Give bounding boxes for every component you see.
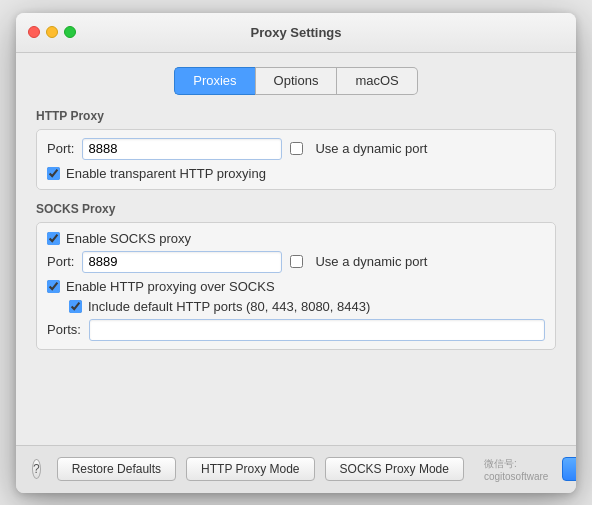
tab-options[interactable]: Options <box>255 67 338 95</box>
socks-port-input[interactable] <box>82 251 282 273</box>
socks-proxy-body: Enable SOCKS proxy Port: Use a dynamic p… <box>36 222 556 350</box>
socks-ports-input[interactable] <box>89 319 545 341</box>
socks-proxy-mode-button[interactable]: SOCKS Proxy Mode <box>325 457 464 481</box>
minimize-button[interactable] <box>46 26 58 38</box>
proxy-settings-window: Proxy Settings Proxies Options macOS HTT… <box>16 13 576 493</box>
ok-button[interactable]: OK <box>562 457 576 481</box>
tab-macos[interactable]: macOS <box>337 67 417 95</box>
socks-dynamic-port-label: Use a dynamic port <box>315 254 427 269</box>
http-transparent-row: Enable transparent HTTP proxying <box>47 166 545 181</box>
socks-ports-label: Ports: <box>47 322 81 337</box>
socks-ports-row: Ports: <box>47 319 545 341</box>
tab-bar: Proxies Options macOS <box>36 67 556 95</box>
maximize-button[interactable] <box>64 26 76 38</box>
close-button[interactable] <box>28 26 40 38</box>
socks-dynamic-port-checkbox[interactable] <box>290 255 303 268</box>
socks-include-defaults-label: Include default HTTP ports (80, 443, 808… <box>88 299 370 314</box>
socks-http-over-socks-row: Enable HTTP proxying over SOCKS <box>47 279 545 294</box>
http-port-input[interactable] <box>82 138 282 160</box>
bottom-bar: ? Restore Defaults HTTP Proxy Mode SOCKS… <box>16 445 576 493</box>
http-proxy-mode-button[interactable]: HTTP Proxy Mode <box>186 457 314 481</box>
socks-enable-row: Enable SOCKS proxy <box>47 231 545 246</box>
content-area: Proxies Options macOS HTTP Proxy Port: U… <box>16 53 576 445</box>
http-transparent-label: Enable transparent HTTP proxying <box>66 166 266 181</box>
http-proxy-body: Port: Use a dynamic port Enable transpar… <box>36 129 556 190</box>
titlebar: Proxy Settings <box>16 13 576 53</box>
http-port-row: Port: Use a dynamic port <box>47 138 545 160</box>
http-proxy-label: HTTP Proxy <box>36 109 556 123</box>
socks-port-row: Port: Use a dynamic port <box>47 251 545 273</box>
http-proxy-section: HTTP Proxy Port: Use a dynamic port Enab… <box>36 109 556 190</box>
socks-proxy-section: SOCKS Proxy Enable SOCKS proxy Port: Use… <box>36 202 556 350</box>
http-port-label: Port: <box>47 141 74 156</box>
socks-http-over-socks-checkbox[interactable] <box>47 280 60 293</box>
watermark-text: 微信号: cogitosoftware <box>484 457 548 482</box>
socks-http-over-socks-label: Enable HTTP proxying over SOCKS <box>66 279 275 294</box>
http-dynamic-port-checkbox[interactable] <box>290 142 303 155</box>
restore-defaults-button[interactable]: Restore Defaults <box>57 457 176 481</box>
socks-enable-label: Enable SOCKS proxy <box>66 231 191 246</box>
socks-include-defaults-checkbox[interactable] <box>69 300 82 313</box>
http-transparent-checkbox[interactable] <box>47 167 60 180</box>
http-dynamic-port-label: Use a dynamic port <box>315 141 427 156</box>
socks-enable-checkbox[interactable] <box>47 232 60 245</box>
traffic-lights <box>28 26 76 38</box>
socks-proxy-label: SOCKS Proxy <box>36 202 556 216</box>
tab-proxies[interactable]: Proxies <box>174 67 254 95</box>
window-title: Proxy Settings <box>250 25 341 40</box>
socks-port-label: Port: <box>47 254 74 269</box>
help-button[interactable]: ? <box>32 459 41 479</box>
socks-include-defaults-row: Include default HTTP ports (80, 443, 808… <box>69 299 545 314</box>
